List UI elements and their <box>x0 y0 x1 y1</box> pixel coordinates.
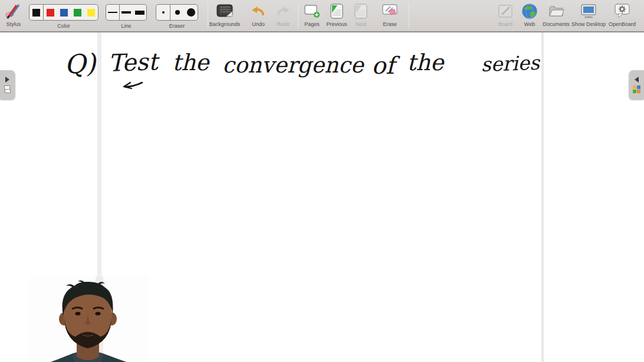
hw-word-q: Q) <box>64 48 98 80</box>
stylus-label: Stylus <box>0 21 27 27</box>
color-swatch <box>47 9 54 17</box>
board-icon <box>494 1 517 21</box>
eraser-medium[interactable] <box>170 5 184 20</box>
color-swatch <box>32 9 40 17</box>
openboard-label: OpenBoard <box>605 21 639 27</box>
redo-label: Redo <box>271 21 295 27</box>
line-medium[interactable] <box>120 5 133 20</box>
pages-panel-icon <box>4 85 11 94</box>
previous-page-button[interactable]: Previous <box>324 1 350 27</box>
pages-button[interactable]: Pages <box>300 1 324 27</box>
line-medium-sample <box>121 11 131 14</box>
undo-label: Undo <box>247 21 270 27</box>
documents-button[interactable]: Documents <box>543 1 570 27</box>
hw-word-the2: the <box>407 50 445 75</box>
hw-word-of: of <box>372 52 400 79</box>
redo-icon <box>271 1 295 21</box>
eraser-small-dot <box>162 11 165 14</box>
line-group <box>106 4 147 21</box>
undo-button[interactable]: Undo <box>247 1 270 27</box>
eraser-small[interactable] <box>156 5 170 20</box>
color-black[interactable] <box>29 5 44 20</box>
erase-page-icon <box>378 1 402 21</box>
redo-button[interactable]: Redo <box>271 1 295 27</box>
openboard-app: Stylus Color Line <box>0 0 644 362</box>
toolbar-separator <box>298 2 298 28</box>
line-thick[interactable] <box>133 5 146 20</box>
web-button[interactable]: Web <box>518 1 541 27</box>
presenter-video <box>28 277 149 362</box>
color-green[interactable] <box>71 5 84 20</box>
hw-underline-arrow <box>124 83 142 88</box>
stylus-icon <box>0 1 27 21</box>
next-page-icon <box>350 1 372 21</box>
stylus-button[interactable]: Stylus <box>0 1 27 27</box>
eraser-medium-dot <box>175 10 180 15</box>
hw-word-test: Test <box>108 48 160 77</box>
hw-word-convergence: convergence <box>222 52 364 78</box>
backgrounds-icon <box>208 1 241 21</box>
show-desktop-monitor-icon <box>571 1 606 21</box>
previous-page-label: Previous <box>324 21 350 27</box>
color-swatch <box>74 9 81 17</box>
whiteboard-canvas[interactable]: Q) Test the convergence of the series <box>0 32 644 362</box>
show-desktop-button[interactable]: Show Desktop <box>571 1 606 27</box>
previous-page-icon <box>324 1 350 21</box>
pages-label: Pages <box>300 21 324 27</box>
left-drawer-tab[interactable] <box>0 70 15 100</box>
web-globe-icon <box>518 1 541 21</box>
line-thin[interactable] <box>106 5 120 20</box>
expand-right-icon <box>5 77 9 83</box>
color-swatch <box>60 9 68 17</box>
next-page-button[interactable]: Next <box>350 1 372 27</box>
hw-word-series: series <box>481 51 541 76</box>
erase-page-label: Erase <box>378 21 402 27</box>
library-panel-icon <box>633 85 641 94</box>
line-thin-sample <box>108 12 117 13</box>
toolbar-separator <box>409 2 409 28</box>
show-desktop-label: Show Desktop <box>571 21 606 27</box>
board-label: Board <box>494 21 517 27</box>
color-group <box>29 4 98 21</box>
board-button[interactable]: Board <box>494 1 517 27</box>
right-drawer-tab[interactable] <box>629 70 644 100</box>
color-red[interactable] <box>44 5 57 20</box>
undo-icon <box>247 1 270 21</box>
line-thick-sample <box>135 11 144 15</box>
line-label: Line <box>106 23 147 29</box>
openboard-gear-icon <box>605 1 639 21</box>
top-toolbar: Stylus Color Line <box>0 0 644 32</box>
erase-page-button[interactable]: Erase <box>378 1 402 27</box>
hw-word-the1: the <box>172 50 211 75</box>
openboard-menu-button[interactable]: OpenBoard <box>605 1 639 27</box>
color-swatch <box>87 9 95 17</box>
color-yellow[interactable] <box>84 5 98 20</box>
documents-folder-icon <box>543 1 570 21</box>
expand-left-icon <box>635 77 639 83</box>
color-label: Color <box>29 23 98 29</box>
backgrounds-label: Backgrounds <box>208 21 241 27</box>
presenter-webcam-overlay <box>28 277 149 362</box>
eraser-label: Eraser <box>156 23 198 29</box>
pages-icon <box>300 1 324 21</box>
next-page-label: Next <box>350 21 372 27</box>
eraser-large-dot <box>187 8 195 17</box>
eraser-large[interactable] <box>184 5 198 20</box>
color-blue[interactable] <box>57 5 71 20</box>
backgrounds-button[interactable]: Backgrounds <box>208 1 241 27</box>
documents-label: Documents <box>543 21 570 27</box>
eraser-group <box>156 4 198 21</box>
web-label: Web <box>518 21 541 27</box>
